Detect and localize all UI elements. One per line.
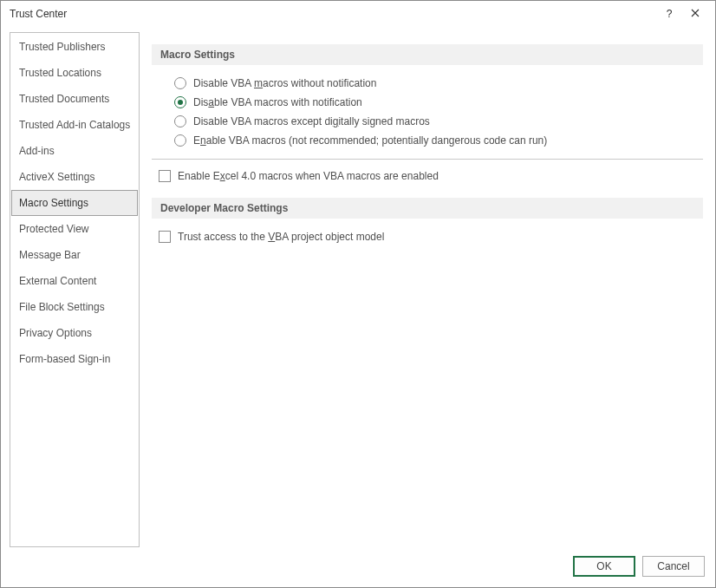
radio-disable-without-notification[interactable]: Disable VBA macros without notification <box>174 74 703 93</box>
sidebar-item-message-bar[interactable]: Message Bar <box>11 242 138 268</box>
sidebar-item-file-block-settings[interactable]: File Block Settings <box>11 294 138 320</box>
main-panel: Macro Settings Disable VBA macros withou… <box>152 32 706 547</box>
sidebar-item-trusted-documents[interactable]: Trusted Documents <box>11 86 138 112</box>
developer-macro-settings-header: Developer Macro Settings <box>152 198 703 219</box>
checkbox-trust-vba-project[interactable]: Trust access to the VBA project object m… <box>159 227 703 246</box>
checkbox-enable-excel4-macros[interactable]: Enable Excel 4.0 macros when VBA macros … <box>159 167 703 186</box>
cancel-button[interactable]: Cancel <box>642 556 705 577</box>
radio-icon <box>174 96 186 108</box>
close-button[interactable] <box>682 2 708 26</box>
divider <box>152 159 703 160</box>
radio-icon <box>174 115 186 127</box>
radio-label: Disable VBA macros except digitally sign… <box>193 115 430 127</box>
sidebar-item-addins[interactable]: Add-ins <box>11 138 138 164</box>
ok-button[interactable]: OK <box>573 556 635 577</box>
sidebar-item-macro-settings[interactable]: Macro Settings <box>11 190 138 216</box>
radio-icon <box>174 77 186 89</box>
radio-disable-with-notification[interactable]: Disable VBA macros with notification <box>174 93 703 112</box>
sidebar-item-trusted-locations[interactable]: Trusted Locations <box>11 60 138 86</box>
category-sidebar: Trusted Publishers Trusted Locations Tru… <box>10 32 140 547</box>
checkbox-icon <box>159 170 171 182</box>
sidebar-item-protected-view[interactable]: Protected View <box>11 216 138 242</box>
close-icon <box>691 8 700 20</box>
window-title: Trust Center <box>10 8 67 20</box>
help-icon: ? <box>667 8 673 20</box>
radio-disable-except-signed[interactable]: Disable VBA macros except digitally sign… <box>174 112 703 131</box>
help-button[interactable]: ? <box>656 2 682 26</box>
checkbox-label: Enable Excel 4.0 macros when VBA macros … <box>178 170 439 182</box>
trust-center-dialog: Trust Center ? Trusted Publishers Truste… <box>0 0 716 588</box>
radio-label: Disable VBA macros without notification <box>193 77 376 89</box>
sidebar-item-trusted-publishers[interactable]: Trusted Publishers <box>11 34 138 60</box>
radio-enable-all[interactable]: Enable VBA macros (not recommended; pote… <box>174 131 703 150</box>
radio-label: Disable VBA macros with notification <box>193 96 362 108</box>
sidebar-item-form-based-signin[interactable]: Form-based Sign-in <box>11 346 138 372</box>
sidebar-item-external-content[interactable]: External Content <box>11 268 138 294</box>
sidebar-item-privacy-options[interactable]: Privacy Options <box>11 320 138 346</box>
checkbox-icon <box>159 231 171 243</box>
radio-icon <box>174 134 186 147</box>
sidebar-item-trusted-addin-catalogs[interactable]: Trusted Add-in Catalogs <box>11 112 138 138</box>
macro-settings-group: Disable VBA macros without notification … <box>152 74 703 150</box>
titlebar: Trust Center ? <box>1 1 715 27</box>
sidebar-item-activex-settings[interactable]: ActiveX Settings <box>11 164 138 190</box>
radio-label: Enable VBA macros (not recommended; pote… <box>193 134 547 147</box>
dialog-button-row: OK Cancel <box>1 547 715 587</box>
checkbox-label: Trust access to the VBA project object m… <box>178 231 384 243</box>
macro-settings-header: Macro Settings <box>152 44 703 65</box>
